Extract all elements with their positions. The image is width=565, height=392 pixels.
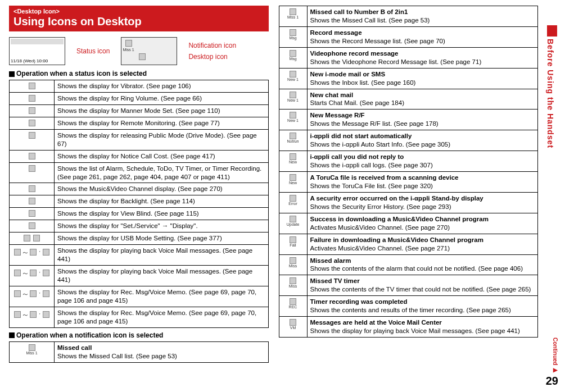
status-icon <box>10 183 55 195</box>
status-icon <box>10 129 55 150</box>
side-tab: Before Using the Handset <box>546 25 558 340</box>
page-number: 29 <box>546 375 558 388</box>
status-description: Shows the list of Alarm, Schedule, ToDo,… <box>55 162 269 183</box>
table-row: Shows the display for Backlight. (See pa… <box>10 195 269 208</box>
status-icon <box>10 162 55 183</box>
status-description: Shows the Music&Video Channel display. (… <box>55 183 269 195</box>
status-icon: ～・ <box>10 266 55 286</box>
notification-icon-label: Notification icon <box>188 42 236 49</box>
notification-desc: Shows the display for playing back Voice… <box>310 327 520 334</box>
table-row: New 1New i-mode mail or SMSShows the Inb… <box>279 68 538 89</box>
status-description: Shows the display for "Set./Service" → "… <box>55 220 269 233</box>
table-row: New 1New Message R/FShows the Message R/… <box>279 110 538 130</box>
page-title: Using Icons on Desktop <box>13 15 264 28</box>
notification-desc: Shows the ToruCa File list. (See page 32… <box>310 183 433 189</box>
notification-cell: New Message R/FShows the Message R/F lis… <box>307 110 538 130</box>
notification-icon: Msg <box>279 26 307 47</box>
notification-icon: New <box>279 172 307 193</box>
notification-cell: A ToruCa file is received from a scannin… <box>307 172 538 193</box>
notification-icon: New <box>279 151 307 172</box>
notification-cell: Missed callShows the Missed Call list. (… <box>55 341 269 362</box>
notification-desc: Shows the Record Message list. (See page… <box>310 38 445 44</box>
notification-cell: New chat mailStarts Chat Mail. (See page… <box>307 89 538 110</box>
notification-title: Missed call <box>57 344 92 351</box>
table-row: UpdateSuccess in downloading a Music&Vid… <box>279 213 538 234</box>
section1-heading: Operation when a status icon is selected <box>9 70 269 78</box>
notification-icon: REC <box>279 296 307 317</box>
notification-title: Failure in downloading a Music&Video Cha… <box>310 236 483 243</box>
notification-icon: Miss 1 <box>10 341 55 362</box>
table-row: Shows the display for Remote Monitoring.… <box>10 117 269 129</box>
status-icon <box>10 80 55 93</box>
notification-desc: Shows the Missed Call list. (See page 53… <box>57 353 177 359</box>
notification-title: Videophone record message <box>310 50 399 57</box>
notification-title: Messages are held at the Voice Mail Cent… <box>310 319 442 326</box>
status-icon <box>10 195 55 208</box>
status-icon: ～・ <box>10 307 55 327</box>
notification-icon: New 1 <box>279 68 307 89</box>
side-red-block <box>547 25 557 37</box>
notification-cell: A security error occurred on the i-αppli… <box>307 192 538 213</box>
status-icon <box>10 220 55 233</box>
table-row: Shows the display for USB Mode Setting. … <box>10 233 269 245</box>
notification-title: i-αppli call you did not reply to <box>310 153 404 160</box>
notification-cell: New i-mode mail or SMSShows the Inbox li… <box>307 68 538 89</box>
table-row: MsgVideophone record messageShows the Vi… <box>279 47 538 68</box>
table-row: ErrorA security error occurred on the i-… <box>279 192 538 213</box>
table-row: Miss 1Missed callShows the Missed Call l… <box>10 341 269 362</box>
status-description: Shows the display for playing back Voice… <box>55 266 269 286</box>
status-description: Shows the display for Remote Monitoring.… <box>55 117 269 129</box>
notification-icon: Miss <box>279 275 307 296</box>
status-icon: ～・ <box>10 286 55 307</box>
table-row: ～・Shows the display for Rec. Msg/Voice M… <box>10 307 269 327</box>
notification-desc: Shows the contents of the TV timer that … <box>310 286 531 293</box>
status-description: Shows the display for releasing Public M… <box>55 129 269 150</box>
notification-desc: Shows the contents and results of the ti… <box>310 307 511 313</box>
notification-icon: Notrun <box>279 130 307 151</box>
table-row: MissMissed alarmShows the contents of th… <box>279 254 538 275</box>
notification-desc: Activates Music&Video Channel. (See page… <box>310 245 450 252</box>
notification-title: Record message <box>310 29 362 36</box>
notification-title: Success in downloading a Music&Video Cha… <box>310 216 489 222</box>
notification-icon: New 1 <box>279 110 307 130</box>
notification-title: Missed call to Number B of 2in1 <box>310 8 408 15</box>
table-row: Shows the display for Manner Mode Set. (… <box>10 104 269 117</box>
status-icon <box>10 92 55 104</box>
notification-desc: Shows the contents of the alarm that cou… <box>310 265 523 272</box>
desktop-screen-illustration: Miss 1 <box>121 37 177 65</box>
table-row: Miss 1Missed call to Number B of 2in1Sho… <box>279 6 538 27</box>
notification-cell: Success in downloading a Music&Video Cha… <box>307 213 538 234</box>
notification-cell: Messages are held at the Voice Mail Cent… <box>307 317 538 338</box>
notification-icon: Miss <box>279 254 307 275</box>
table-row: Shows the display for View Blind. (See p… <box>10 208 269 220</box>
table-row: Shows the display for Notice Call Cost. … <box>10 150 269 162</box>
status-description: Shows the display for USB Mode Setting. … <box>55 233 269 245</box>
notification-desc: Shows the Inbox list. (See page 160) <box>310 79 416 86</box>
title-bar: <Desktop Icon> Using Icons on Desktop <box>9 6 269 31</box>
table-row: ～・Shows the display for playing back Voi… <box>10 245 269 266</box>
status-icon: ～・ <box>10 245 55 266</box>
notification-title: A ToruCa file is received from a scannin… <box>310 174 459 181</box>
notification-cell: Missed TV timerShows the contents of the… <box>307 275 538 296</box>
notification-cell: i-αppli did not start automaticallyShows… <box>307 130 538 151</box>
notification-title: Missed TV timer <box>310 277 360 284</box>
notification-icon: New 1 <box>279 89 307 110</box>
notification-table-right: Miss 1Missed call to Number B of 2in1Sho… <box>279 6 539 338</box>
notification-desc: Shows the Videophone Record Message list… <box>310 58 482 65</box>
notification-title: Missed alarm <box>310 257 351 264</box>
status-description: Shows the display for Notice Call Cost. … <box>55 150 269 162</box>
status-icon <box>10 233 55 245</box>
notification-cell: Failure in downloading a Music&Video Cha… <box>307 234 538 254</box>
status-icon <box>10 104 55 117</box>
table-row: RECTimer recording was completedShows th… <box>279 296 538 317</box>
notification-cell: Videophone record messageShows the Video… <box>307 47 538 68</box>
notification-title: New chat mail <box>310 92 354 98</box>
status-description: Shows the display for playing back Voice… <box>55 245 269 266</box>
section2-heading: Operation when a notification icon is se… <box>9 331 269 339</box>
notification-cell: Record messageShows the Record Message l… <box>307 26 538 47</box>
table-row: Shows the display for Vibrator. (See pag… <box>10 80 269 93</box>
status-screen-illustration: 11/18 (Wed) 10:00 <box>9 37 65 65</box>
table-row: NewA ToruCa file is received from a scan… <box>279 172 538 193</box>
notification-desc: Shows the Message R/F list. (See page 17… <box>310 120 439 127</box>
status-icon <box>10 150 55 162</box>
